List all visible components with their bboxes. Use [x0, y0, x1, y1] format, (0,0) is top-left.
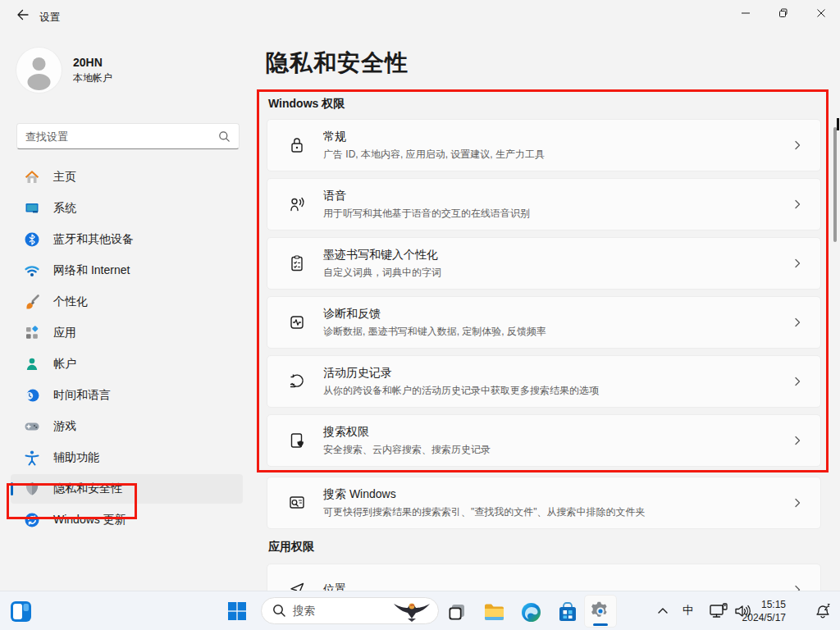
titlebar: 设置	[0, 0, 840, 33]
windows-logo-icon	[227, 601, 247, 621]
chevron-right-icon	[792, 498, 802, 508]
chevron-right-icon	[792, 585, 802, 591]
gamepad-icon	[24, 418, 40, 435]
notification-bell-dnd-icon[interactable]	[814, 603, 832, 619]
minimize-button[interactable]	[727, 0, 765, 26]
page-title: 隐私和安全性	[266, 48, 409, 79]
sidebar-item-system[interactable]: 系统	[11, 194, 243, 223]
task-view-button[interactable]	[446, 601, 468, 623]
bluetooth-icon	[24, 231, 40, 248]
ime-indicator[interactable]: 中	[682, 603, 694, 618]
tray-time: 15:15	[742, 598, 786, 611]
profile-name: 20HN	[73, 56, 112, 69]
sidebar-item-gaming[interactable]: 游戏	[11, 412, 243, 441]
system-icon	[24, 200, 40, 217]
microsoft-store-icon	[557, 601, 578, 623]
minimize-icon	[741, 8, 751, 18]
settings-app-button[interactable]	[584, 595, 617, 628]
settings-gear-icon	[590, 600, 611, 622]
row-search-windows[interactable]: 搜索 Windows可更快得到搜索结果的搜索索引、"查找我的文件"、从搜索中排除…	[267, 477, 821, 529]
user-profile[interactable]: 20HN 本地帐户	[16, 48, 112, 93]
avatar	[16, 48, 62, 93]
apps-icon	[24, 325, 40, 341]
search-icon	[272, 604, 286, 618]
sidebar-item-bluetooth[interactable]: 蓝牙和其他设备	[11, 225, 243, 254]
sidebar-nav: 主页 系统 蓝牙和其他设备 网络和 Internet 个性化 应用 帐户 时间	[0, 161, 246, 536]
window-title: 设置	[39, 11, 60, 25]
section-app-permissions: 应用权限	[268, 540, 314, 555]
cursor-beam	[837, 118, 839, 130]
close-icon	[816, 8, 826, 18]
edge-icon	[521, 602, 541, 623]
paintbrush-icon	[24, 294, 40, 310]
taskbar: 搜索 中 15:15 2024/5/17	[0, 591, 840, 630]
sidebar-item-home[interactable]: 主页	[11, 162, 243, 192]
taskbar-search-placeholder: 搜索	[293, 604, 390, 619]
close-button[interactable]	[802, 0, 840, 26]
microsoft-store-button[interactable]	[556, 600, 579, 623]
start-button[interactable]	[226, 600, 248, 622]
annotation-box-privacy-nav	[7, 483, 137, 519]
accessibility-icon	[24, 450, 40, 466]
sidebar-item-network[interactable]: 网络和 Internet	[11, 256, 243, 285]
sidebar-item-accessibility[interactable]: 辅助功能	[11, 443, 243, 472]
file-explorer-icon	[483, 601, 505, 623]
settings-search-box[interactable]	[16, 123, 240, 149]
profile-account-type: 本地帐户	[73, 71, 112, 85]
chevron-up-icon	[656, 605, 669, 617]
time-language-icon	[24, 387, 40, 404]
taskbar-search-box[interactable]: 搜索	[261, 597, 439, 624]
scrollbar-thumb[interactable]	[833, 127, 837, 242]
tray-date: 2024/5/17	[742, 611, 786, 624]
restore-button[interactable]	[765, 0, 802, 26]
file-explorer-button[interactable]	[482, 600, 505, 623]
sidebar-item-accounts[interactable]: 帐户	[11, 349, 243, 379]
tray-clock[interactable]: 15:15 2024/5/17	[742, 598, 786, 624]
widgets-button[interactable]	[8, 599, 33, 623]
tray-chevron-up[interactable]	[656, 605, 669, 617]
sidebar-item-time-language[interactable]: 时间和语言	[11, 381, 243, 410]
widgets-icon	[10, 600, 32, 623]
search-highlight-bird-image[interactable]	[390, 599, 433, 623]
restore-icon	[778, 8, 788, 18]
search-icon	[218, 130, 231, 143]
back-button[interactable]	[8, 5, 38, 28]
back-arrow-icon	[16, 8, 30, 25]
network-tray-icon[interactable]	[709, 602, 728, 620]
row-location[interactable]: 位置	[267, 564, 821, 591]
sidebar-item-apps[interactable]: 应用	[11, 318, 243, 348]
search-document-icon	[287, 493, 307, 513]
location-icon	[287, 580, 307, 591]
task-view-icon	[447, 602, 467, 622]
home-icon	[24, 169, 40, 185]
wifi-icon	[24, 262, 40, 279]
sidebar-item-personalization[interactable]: 个性化	[11, 287, 243, 317]
settings-search-input[interactable]	[17, 130, 218, 143]
annotation-box-windows-permissions	[257, 89, 829, 472]
accounts-icon	[24, 356, 40, 372]
edge-button[interactable]	[520, 601, 541, 623]
